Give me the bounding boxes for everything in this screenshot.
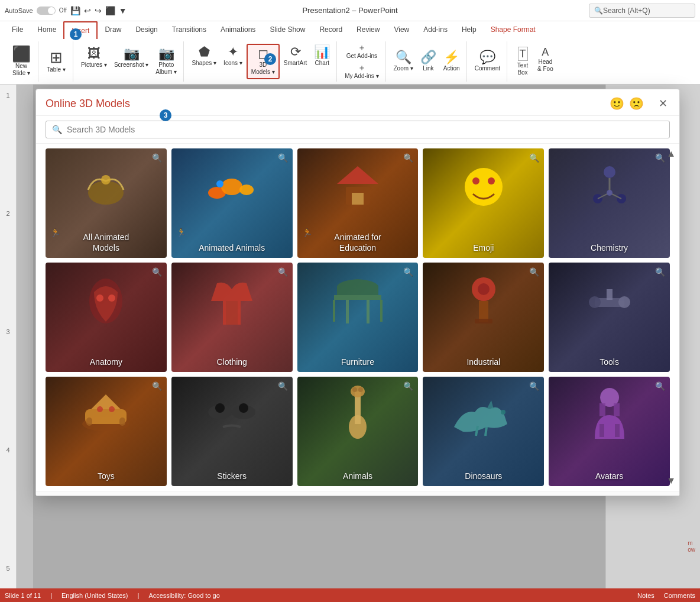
tab-home[interactable]: Home <box>30 21 63 39</box>
tab-help[interactable]: Help <box>455 21 484 39</box>
category-animals[interactable]: 🔍 Animals <box>297 377 419 486</box>
tab-draw[interactable]: Draw <box>98 21 128 39</box>
new-slide-button[interactable]: ⬛ NewSlide ▾ <box>8 44 34 79</box>
tools-search: 🔍 <box>655 267 665 277</box>
tab-file[interactable]: File <box>5 21 30 39</box>
text-box-icon: T <box>518 47 528 61</box>
shapes-button[interactable]: ⬟ Shapes ▾ <box>189 44 219 69</box>
category-anatomy[interactable]: 🔍 Anatomy <box>46 263 167 372</box>
industrial-preview <box>423 263 544 339</box>
anatomy-search: 🔍 <box>152 267 162 277</box>
category-furniture[interactable]: 🔍 Furniture <box>297 263 419 372</box>
icons-button[interactable]: ✦ Icons ▾ <box>221 44 245 69</box>
notes-button[interactable]: Notes <box>637 592 654 599</box>
screenshot-icon: 📷 <box>124 47 140 60</box>
all-animated-label: All AnimatedModels <box>46 232 167 253</box>
photo-album-label: PhotoAlbum ▾ <box>155 62 177 76</box>
smartart-button[interactable]: ⟳ SmartArt <box>281 44 310 69</box>
tab-view[interactable]: View <box>387 21 416 39</box>
get-addins-button[interactable]: ＋ Get Add-ins <box>343 41 380 62</box>
table-icon: ⊞ <box>50 50 63 65</box>
anatomy-svg <box>85 274 127 328</box>
furniture-search: 🔍 <box>403 267 413 277</box>
zoom-button[interactable]: 🔍 Zoom ▾ <box>391 49 416 74</box>
category-dinosaurs[interactable]: 🔍 Dinosaurs <box>423 377 544 486</box>
category-emoji[interactable]: 🔍 Emoji <box>423 148 544 258</box>
comments-button[interactable]: Comments <box>664 592 695 599</box>
link-label: Link <box>423 65 433 72</box>
anatomy-preview <box>46 263 167 339</box>
pictures-button[interactable]: 🖼 Pictures ▾ <box>78 46 110 70</box>
table-button[interactable]: ⊞ Table ▾ <box>43 47 69 76</box>
global-search[interactable]: 🔍 Search (Alt+Q) <box>589 4 695 18</box>
action-icon: ⚡ <box>443 51 459 64</box>
tab-record[interactable]: Record <box>312 21 349 39</box>
tab-addins[interactable]: Add-ins <box>416 21 455 39</box>
category-all-animated[interactable]: 🔍 🏃 All AnimatedModels <box>46 148 167 258</box>
text-box-button[interactable]: T TextBox <box>512 45 533 78</box>
scroll-down-button[interactable]: ▼ <box>666 475 676 486</box>
tab-animations[interactable]: Animations <box>213 21 262 39</box>
header-footer-button[interactable]: A Head& Foo <box>534 45 556 75</box>
window-title: Presentation2 – PowerPoint <box>180 6 520 15</box>
category-avatars[interactable]: 🔍 Avatars <box>549 377 670 486</box>
thumbs-up-icon[interactable]: 🙂 <box>610 96 624 111</box>
tab-review[interactable]: Review <box>349 21 387 39</box>
scroll-up-button[interactable]: ▲ <box>666 148 676 159</box>
link-button[interactable]: 🔗 Link <box>417 49 439 74</box>
screenshot-button[interactable]: 📷 Screenshot ▾ <box>111 46 151 70</box>
dialog-search-input[interactable] <box>67 125 663 134</box>
links-buttons: 🔍 Zoom ▾ 🔗 Link ⚡ Action <box>391 49 463 74</box>
redo-icon[interactable]: ↪ <box>95 6 102 15</box>
search-input-wrap[interactable]: 🔍 <box>46 121 670 138</box>
dinosaurs-svg <box>451 391 516 439</box>
comment-button[interactable]: 💬 Comment <box>472 49 503 74</box>
autosave-toggle[interactable] <box>37 7 56 15</box>
customize-icon[interactable]: ▼ <box>119 6 127 15</box>
tab-shape-format[interactable]: Shape Format <box>484 21 543 39</box>
category-animated-animals[interactable]: 🔍 🏃 Animated Animals <box>171 148 293 258</box>
undo-icon[interactable]: ↩ <box>84 6 91 15</box>
tab-slideshow[interactable]: Slide Show <box>262 21 312 39</box>
action-label: Action <box>443 65 460 72</box>
dialog-close-button[interactable]: ✕ <box>656 96 670 111</box>
category-industrial[interactable]: 🔍 Industrial <box>423 263 544 372</box>
tab-transitions[interactable]: Transitions <box>165 21 213 39</box>
furniture-svg <box>328 274 387 328</box>
present-icon[interactable]: ⬛ <box>105 6 115 15</box>
text-buttons: T TextBox A Head& Foo <box>512 45 556 78</box>
category-clothing[interactable]: 🔍 Clothing <box>171 263 293 372</box>
slide-count: Slide 1 of 11 <box>5 592 41 599</box>
svg-point-21 <box>108 294 115 302</box>
accessibility-status: Accessibility: Good to go <box>148 592 219 599</box>
category-stickers[interactable]: 🔍 Stickers <box>171 377 293 486</box>
svg-rect-28 <box>479 301 488 322</box>
animated-edu-svg <box>334 163 381 211</box>
my-addins-button[interactable]: ＋ My Add-ins ▾ <box>342 62 381 82</box>
dialog-body: 🔍 🏃 All AnimatedModels <box>36 144 679 491</box>
save-icon[interactable]: 💾 <box>70 6 80 15</box>
category-toys[interactable]: 🔍 Toys <box>46 377 167 486</box>
avatars-label: Avatars <box>549 471 670 481</box>
anatomy-label: Anatomy <box>46 357 167 367</box>
action-button[interactable]: ⚡ Action <box>440 49 463 74</box>
category-chemistry[interactable]: 🔍 Chemistry <box>549 148 670 258</box>
ribbon-content: ⬛ NewSlide ▾ ⊞ Table ▾ 🖼 Pictures ▾ <box>0 39 700 84</box>
emoji-preview <box>423 148 544 225</box>
category-animated-edu[interactable]: 🔍 🏃 Animated forEducation <box>297 148 419 258</box>
category-tools[interactable]: 🔍 Tools <box>549 263 670 372</box>
shapes-icon: ⬟ <box>199 46 210 59</box>
svg-rect-34 <box>607 289 612 300</box>
model-grid: 🔍 🏃 All AnimatedModels <box>46 148 670 486</box>
chart-button[interactable]: 📊 Chart <box>311 44 333 69</box>
toys-label: Toys <box>46 471 167 481</box>
svg-rect-56 <box>615 424 620 437</box>
photo-album-button[interactable]: 📷 PhotoAlbum ▾ <box>153 46 180 77</box>
stickers-label: Stickers <box>171 471 293 481</box>
svg-rect-24 <box>367 300 370 323</box>
zoom-icon: 🔍 <box>396 51 411 64</box>
toys-preview <box>46 377 167 454</box>
tab-design[interactable]: Design <box>128 21 164 39</box>
svg-rect-8 <box>352 193 364 205</box>
thumbs-down-icon[interactable]: 🙁 <box>629 96 644 111</box>
